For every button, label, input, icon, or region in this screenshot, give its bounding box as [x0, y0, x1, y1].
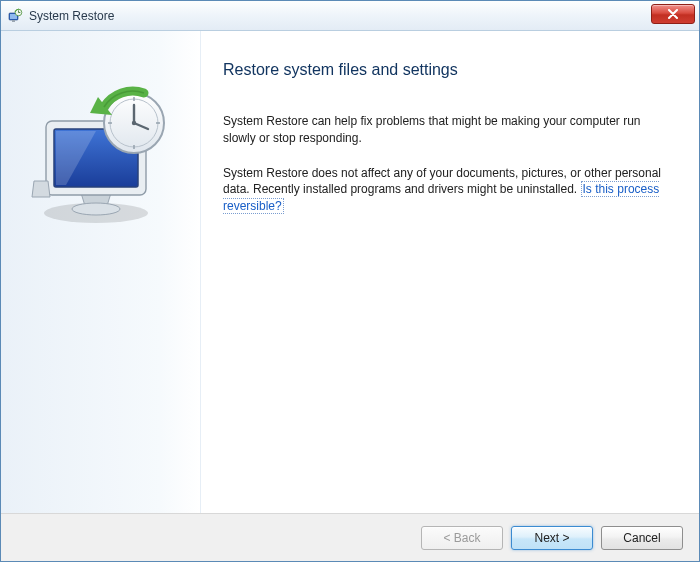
restore-illustration-icon [26, 81, 176, 231]
system-restore-icon [7, 8, 23, 24]
wizard-body: Restore system files and settings System… [1, 31, 699, 513]
close-button[interactable] [651, 4, 695, 24]
intro-paragraph: System Restore can help fix problems tha… [223, 113, 669, 147]
wizard-footer: < Back Next > Cancel [1, 513, 699, 561]
close-icon [667, 9, 679, 19]
details-paragraph: System Restore does not affect any of yo… [223, 165, 669, 215]
window-title: System Restore [29, 9, 114, 23]
wizard-sidebar [1, 31, 201, 513]
back-button: < Back [421, 526, 503, 550]
svg-point-8 [72, 203, 120, 215]
system-restore-wizard: System Restore [0, 0, 700, 562]
titlebar: System Restore [1, 1, 699, 31]
page-heading: Restore system files and settings [223, 61, 669, 79]
svg-rect-2 [12, 20, 15, 22]
next-button[interactable]: Next > [511, 526, 593, 550]
cancel-button[interactable]: Cancel [601, 526, 683, 550]
wizard-content: Restore system files and settings System… [201, 31, 699, 513]
